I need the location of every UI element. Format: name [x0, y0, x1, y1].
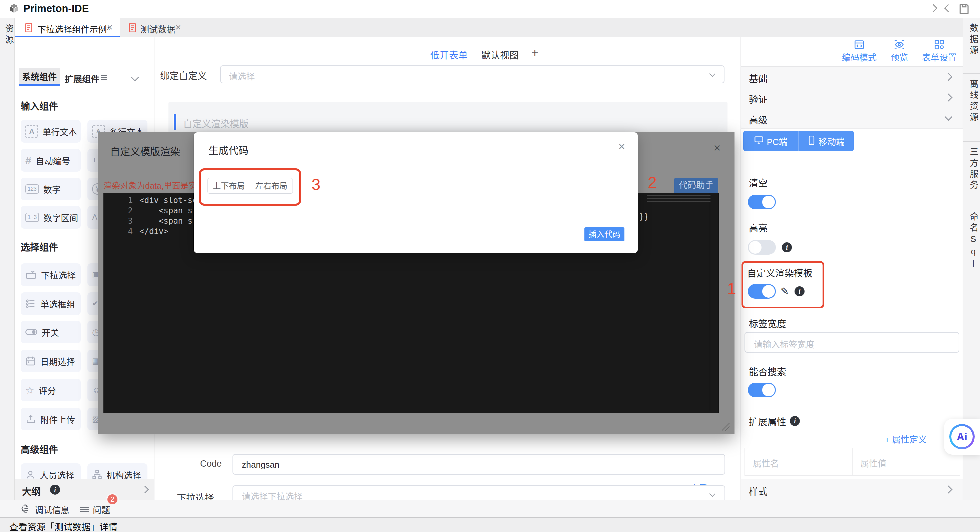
- component-chip-rating[interactable]: ☆ 评分: [21, 379, 81, 401]
- tab-system-components[interactable]: 系统组件: [19, 68, 60, 86]
- code-mode-button[interactable]: 编码模式: [838, 40, 881, 63]
- component-chip-dropdown[interactable]: 下拉选择: [21, 263, 81, 286]
- button-label: 问题: [93, 503, 110, 516]
- insert-code-button[interactable]: 插入代码: [584, 227, 624, 241]
- tab-extension-components[interactable]: 扩展组件: [65, 72, 99, 85]
- bind-custom-select[interactable]: 请选择: [220, 65, 724, 83]
- close-tab-icon[interactable]: [107, 23, 113, 32]
- modal-close-icon[interactable]: [713, 144, 721, 152]
- component-chip-radio-group[interactable]: 单选框组: [21, 292, 81, 315]
- strip-item-third-party-services[interactable]: 三方服务: [967, 147, 980, 191]
- component-chip-auto-number[interactable]: # 自动编号: [21, 149, 81, 172]
- bind-custom-label: 绑定自定义: [160, 69, 207, 82]
- section-style[interactable]: 样式: [741, 479, 963, 500]
- outline-expand-icon[interactable]: [141, 485, 149, 493]
- nav-back-icon[interactable]: [929, 4, 937, 12]
- searchable-toggle[interactable]: [748, 383, 776, 397]
- close-tab-icon[interactable]: [175, 23, 181, 32]
- section-label: 基础: [749, 71, 767, 85]
- strip-divider: [963, 73, 980, 74]
- outline-bar[interactable]: 大纲: [15, 479, 154, 500]
- component-chip-number-range[interactable]: 1~3 数字区间: [21, 206, 81, 229]
- component-chip-date-picker[interactable]: 日期选择: [21, 350, 81, 372]
- component-chip-upload[interactable]: 附件上传: [21, 408, 81, 430]
- component-chip-switch[interactable]: 开关: [21, 321, 81, 343]
- clear-toggle[interactable]: [748, 195, 776, 209]
- tab-test-data[interactable]: 测试数据: [125, 18, 188, 37]
- highlight-field-label: 高亮: [749, 221, 767, 234]
- modal-warning-text: 渲染对象为data,里面是实: [103, 179, 197, 191]
- label-width-field-label: 标签宽度: [749, 317, 786, 330]
- section-validation[interactable]: 验证: [741, 87, 963, 108]
- component-chip-single-text[interactable]: A 单行文本: [21, 120, 81, 143]
- problems-badge: 2: [106, 493, 119, 506]
- outline-label: 大纲: [22, 484, 41, 498]
- star-icon: ☆: [25, 384, 34, 396]
- resources-strip-item[interactable]: 资源: [3, 24, 15, 46]
- tab-label: 下拉选择组件示例*: [37, 23, 110, 35]
- chevron-right-icon: [944, 93, 952, 101]
- save-icon[interactable]: [958, 3, 970, 17]
- button-label: 预览: [891, 52, 908, 63]
- code-field-input[interactable]: zhangsan: [232, 454, 725, 475]
- preview-button[interactable]: 预览: [884, 40, 914, 63]
- problems-button[interactable]: 问题: [80, 503, 110, 516]
- section-advanced[interactable]: 高级: [741, 108, 963, 129]
- annotation-number-3: 3: [312, 175, 321, 194]
- nav-forward-icon[interactable]: [944, 4, 952, 12]
- panel-menu-icon[interactable]: [101, 74, 107, 81]
- ai-icon: Ai: [949, 424, 975, 449]
- highlight-toggle[interactable]: [748, 240, 776, 255]
- view-tab-low-code-form[interactable]: 低开表单: [430, 48, 468, 61]
- editor-minimap[interactable]: [647, 195, 711, 204]
- button-label: 代码助手: [679, 180, 713, 191]
- resize-handle-icon[interactable]: [722, 423, 730, 431]
- annotation-number-1: 1: [727, 279, 736, 298]
- view-tab-default-view[interactable]: 默认视图: [481, 48, 519, 61]
- strip-item-offline-resources[interactable]: 离线资源: [967, 79, 980, 123]
- auto-number-icon: #: [25, 154, 31, 167]
- strip-item-named-sql[interactable]: 命名Sql: [967, 212, 980, 271]
- chevron-down-icon: [709, 491, 715, 497]
- highlight-info-icon[interactable]: [782, 242, 792, 253]
- panel-collapse-icon[interactable]: [131, 73, 139, 81]
- add-view-button[interactable]: +: [531, 46, 538, 60]
- status-bar: 查看资源「测试数据」详情: [0, 517, 980, 532]
- active-tab-underline: [19, 84, 60, 86]
- code-assistant-button[interactable]: 代码助手: [674, 178, 718, 193]
- pc-device-tab[interactable]: PC端: [743, 131, 799, 151]
- title-bar: Primeton-IDE: [0, 0, 980, 18]
- select-placeholder: 请选择: [229, 70, 255, 82]
- dialog-close-icon[interactable]: [618, 142, 625, 151]
- switch-icon: [25, 328, 37, 336]
- attr-name-cell[interactable]: 属性名: [745, 448, 853, 475]
- strip-item-datasource[interactable]: 数据源: [967, 23, 980, 56]
- ai-assistant-button[interactable]: Ai: [944, 419, 980, 455]
- button-label: 调试信息: [35, 503, 69, 516]
- attr-value-cell[interactable]: 属性值: [853, 448, 960, 475]
- ext-attrs-info-icon[interactable]: [790, 416, 800, 426]
- annotation-rect-custom-template: [741, 261, 824, 308]
- mobile-device-tab[interactable]: 移动端: [799, 131, 854, 151]
- tab-dropdown-example[interactable]: 下拉选择组件示例*: [15, 18, 120, 37]
- file-icon: [128, 22, 137, 34]
- component-chip-number[interactable]: 123 数字: [21, 178, 81, 200]
- button-label: 表单设置: [922, 52, 957, 63]
- document-tab-bar: 下拉选择组件示例* 测试数据: [0, 18, 980, 37]
- problems-list-icon: [80, 506, 89, 513]
- app-title: Primeton-IDE: [23, 3, 89, 15]
- tab-label: 移动端: [819, 135, 845, 147]
- section-basic[interactable]: 基础: [741, 67, 963, 87]
- button-label: 编码模式: [842, 52, 877, 63]
- number-range-icon: 1~3: [25, 213, 39, 222]
- add-attr-definition-link[interactable]: + 属性定义: [885, 433, 927, 445]
- number-icon: 123: [25, 184, 39, 194]
- single-text-icon: A: [25, 125, 38, 138]
- dialog-title: 生成代码: [208, 142, 248, 157]
- debug-info-button[interactable]: 调试信息: [20, 503, 69, 516]
- ext-attrs-label: 扩展属性: [749, 414, 786, 428]
- form-settings-button[interactable]: 表单设置: [918, 40, 961, 63]
- label-width-input[interactable]: 请输入标签宽度: [745, 332, 959, 353]
- primeton-ide-window: Primeton-IDE 下拉选择组件示例* 测试数据 资源: [0, 0, 980, 532]
- searchable-field-label: 能否搜索: [749, 365, 786, 378]
